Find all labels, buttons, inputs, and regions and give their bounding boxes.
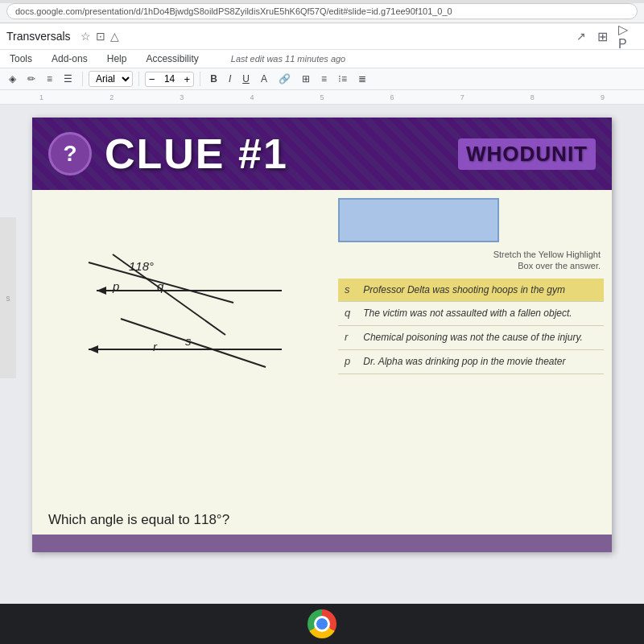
- answer-label-s: s: [338, 279, 357, 302]
- svg-text:s: s: [185, 334, 192, 348]
- color-button[interactable]: A: [257, 72, 271, 86]
- addons-menu[interactable]: Add-ons: [48, 52, 91, 66]
- separator-1: [82, 72, 83, 86]
- font-size-group: − +: [145, 72, 194, 87]
- answer-label-r: r: [338, 326, 357, 350]
- slide-body: 118° p q r s Which angle is equal to 118…: [32, 190, 612, 552]
- right-panel: Stretch the Yellow HighlightBox over the…: [338, 190, 612, 552]
- ruler-marks: 1 2 3 4 5 6 7 8 9: [6, 93, 638, 101]
- grid-icon[interactable]: ⊞: [592, 27, 612, 46]
- ruler-mark-1: 1: [39, 93, 43, 101]
- ruler-mark-8: 8: [530, 93, 535, 101]
- svg-text:118°: 118°: [129, 259, 154, 273]
- answer-row-r: r Chemical poisoning was not the cause o…: [338, 326, 604, 350]
- clue-title: CLUE #1: [105, 130, 288, 178]
- link-button[interactable]: 🔗: [275, 72, 295, 86]
- sidebar-label: s: [6, 294, 10, 303]
- font-selector[interactable]: Arial: [89, 71, 133, 87]
- trend-icon[interactable]: ↗: [576, 30, 586, 43]
- ruler-mark-5: 5: [320, 93, 324, 101]
- browser-chrome: docs.google.com/presentation/d/1hDo4Bjwd…: [0, 3, 644, 23]
- header-right: ↗ ⊞ ▷ P: [576, 27, 638, 46]
- ruler-mark-6: 6: [390, 93, 394, 101]
- separator-2: [138, 72, 139, 86]
- answer-row-s: s Professor Delta was shooting hoops in …: [338, 279, 604, 302]
- tools-menu[interactable]: Tools: [6, 52, 35, 66]
- italic-button[interactable]: I: [225, 72, 235, 86]
- menu-bar: Transversals ☆ ⊡ △ ↗ ⊞ ▷ P: [0, 23, 644, 50]
- doc-title[interactable]: Transversals: [6, 30, 71, 43]
- indent-button[interactable]: ≣: [354, 72, 370, 86]
- svg-marker-10: [97, 287, 106, 295]
- underline-button[interactable]: U: [238, 72, 254, 86]
- answer-text-p: Dr. Alpha was drinking pop in the movie …: [357, 349, 604, 374]
- answer-table: s Professor Delta was shooting hoops in …: [338, 279, 604, 374]
- image-button[interactable]: ⊞: [298, 72, 314, 86]
- list-button[interactable]: ⁝≡: [334, 72, 351, 86]
- cloud-icon[interactable]: △: [110, 30, 119, 43]
- left-panel: 118° p q r s Which angle is equal to 118…: [32, 190, 338, 552]
- ruler-mark-9: 9: [601, 93, 605, 101]
- address-bar[interactable]: docs.google.com/presentation/d/1hDo4Bjwd…: [6, 3, 638, 19]
- svg-text:q: q: [157, 279, 164, 293]
- bold-button[interactable]: B: [206, 72, 221, 86]
- slide-container[interactable]: ? CLUE #1 WHODUNIT: [32, 118, 612, 552]
- question-text: Which angle is equal to 118°?: [48, 512, 229, 528]
- highlight-answer-box[interactable]: [338, 198, 499, 242]
- answer-row-q: q The victim was not assaulted with a fa…: [338, 302, 604, 326]
- answer-label-p: p: [338, 349, 357, 374]
- last-edit-label: Last edit was 11 minutes ago: [228, 52, 349, 65]
- separator-3: [200, 72, 200, 86]
- text-tool[interactable]: ☰: [60, 72, 76, 86]
- slide-area: s ? CLUE #1 WHODUNIT: [0, 105, 644, 636]
- taskbar: [0, 604, 644, 644]
- ruler-mark-2: 2: [109, 93, 114, 101]
- svg-line-2: [121, 319, 266, 367]
- whodunit-text: WHODUNIT: [458, 138, 596, 170]
- answer-text-q: The victim was not assaulted with a fall…: [357, 302, 604, 326]
- line-tool[interactable]: ≡: [43, 72, 56, 86]
- slides-sidebar: s: [0, 217, 16, 378]
- answer-text-s: Professor Delta was shooting hoops in th…: [357, 279, 604, 302]
- chrome-icon[interactable]: [308, 609, 336, 638]
- font-size-input[interactable]: [159, 73, 181, 85]
- clue-icon: ?: [48, 132, 92, 175]
- stretch-instruction: Stretch the Yellow HighlightBox over the…: [338, 249, 604, 272]
- tools-bar: Tools Add-ons Help Accessibility Last ed…: [0, 50, 644, 68]
- answer-text-r: Chemical poisoning was not the cause of …: [357, 326, 604, 350]
- bottom-strip: [32, 535, 612, 552]
- answer-row-p: p Dr. Alpha was drinking pop in the movi…: [338, 349, 604, 374]
- ruler-mark-7: 7: [460, 93, 464, 101]
- format-bar: ◈ ✏ ≡ ☰ Arial − + B I U A 🔗 ⊞ ≡ ⁝≡ ≣: [0, 68, 644, 90]
- angle-diagram-svg: 118° p q r s: [72, 214, 298, 391]
- ruler-mark-4: 4: [250, 93, 254, 101]
- ruler-mark-3: 3: [180, 93, 184, 101]
- align-button[interactable]: ≡: [317, 72, 331, 86]
- slide-header: ? CLUE #1 WHODUNIT: [32, 118, 612, 190]
- folder-icon[interactable]: ⊡: [96, 30, 105, 43]
- help-menu[interactable]: Help: [104, 52, 130, 66]
- pointer-tool[interactable]: ◈: [5, 72, 20, 86]
- paint-tool[interactable]: ✏: [23, 72, 39, 86]
- svg-text:p: p: [112, 279, 119, 293]
- font-size-increase[interactable]: +: [181, 72, 194, 86]
- svg-marker-11: [89, 345, 98, 353]
- present-icon[interactable]: ▷ P: [618, 27, 638, 46]
- answer-label-q: q: [338, 302, 357, 326]
- accessibility-menu[interactable]: Accessibility: [142, 52, 201, 66]
- title-icons: ☆ ⊡ △: [80, 30, 119, 43]
- ruler: 1 2 3 4 5 6 7 8 9: [0, 90, 644, 105]
- geometry-diagram: 118° p q r s: [72, 206, 298, 399]
- star-icon[interactable]: ☆: [80, 30, 91, 43]
- font-size-decrease[interactable]: −: [146, 72, 159, 86]
- svg-text:r: r: [153, 340, 158, 353]
